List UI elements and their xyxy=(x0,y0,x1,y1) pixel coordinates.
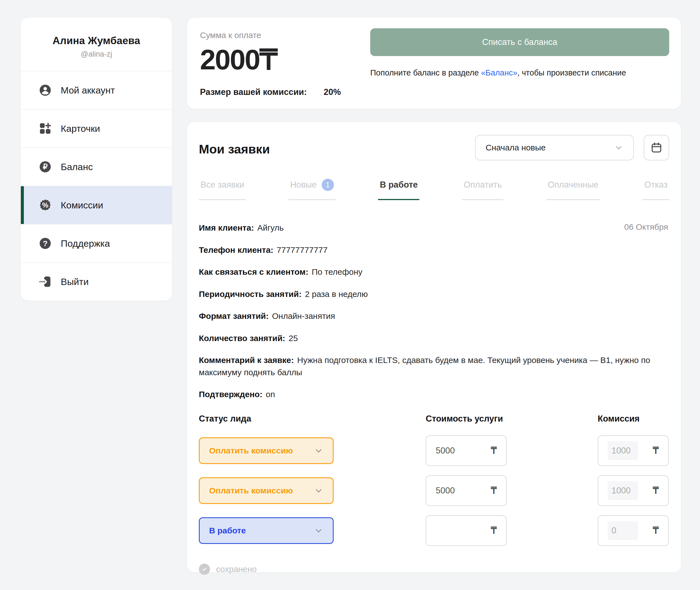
sidebar-item-balance[interactable]: ₽ Баланс xyxy=(21,148,172,186)
cost-input[interactable]: 5000 ₸ xyxy=(426,475,507,506)
calendar-button[interactable] xyxy=(644,135,669,161)
sidebar-item-account[interactable]: Мой аккаунт xyxy=(21,71,172,109)
tab-label: Новые xyxy=(290,180,317,190)
topup-note-before: Пополните баланс в разделе xyxy=(370,68,481,77)
tab-rejected[interactable]: Отказ xyxy=(643,179,669,200)
tab-label: Все заявки xyxy=(201,180,244,190)
request-tabs: Все заявки Новые 1 В работе Оплатить Опл… xyxy=(199,179,669,200)
commission-value: 0 xyxy=(608,521,638,540)
sidebar-item-label: Выйти xyxy=(61,276,89,287)
topup-note-after: , чтобы произвести списание xyxy=(517,68,626,77)
question-circle-icon: ? xyxy=(38,237,52,250)
tab-label: Отказ xyxy=(644,180,668,190)
svg-text:₽: ₽ xyxy=(43,163,47,171)
field-confirmed: Подтверждено:on xyxy=(199,388,669,400)
sidebar-item-logout[interactable]: Выйти xyxy=(21,262,172,301)
chevron-down-icon xyxy=(314,446,323,456)
svg-text:?: ? xyxy=(43,239,47,248)
profile-name: Алина Жумбаева xyxy=(29,35,163,46)
field-value: 25 xyxy=(289,333,298,343)
new-count-badge: 1 xyxy=(322,179,334,191)
lead-status-value: Оплатить комиссию xyxy=(209,446,293,456)
field-label: Периодичность занятий: xyxy=(199,289,302,299)
sidebar-item-label: Карточки xyxy=(61,123,100,134)
cost-input[interactable]: 5000 ₸ xyxy=(426,435,507,466)
svg-text:%: % xyxy=(42,201,48,209)
commission-input: 0 ₸ xyxy=(598,515,669,546)
tab-label: В работе xyxy=(380,180,418,190)
field-label: Как связаться с клиентом: xyxy=(199,267,309,276)
saved-label: сохранено xyxy=(216,565,257,574)
sidebar-item-commissions[interactable]: % Комиссии xyxy=(21,186,172,224)
field-value: on xyxy=(266,390,275,399)
request-details: 06 Октября Имя клиента:Айгуль Телефон кл… xyxy=(199,222,669,400)
sidebar-item-support[interactable]: ? Поддержка xyxy=(21,224,172,262)
tab-all-requests[interactable]: Все заявки xyxy=(199,179,246,200)
lead-grid: Статус лида Стоимость услуги Комиссия Оп… xyxy=(199,414,669,546)
cost-input[interactable]: ₸ xyxy=(426,515,507,546)
tenge-symbol: ₸ xyxy=(491,485,497,496)
sidebar-item-label: Комиссии xyxy=(61,200,103,211)
field-label: Телефон клиента: xyxy=(199,245,273,255)
calendar-icon xyxy=(650,141,663,154)
column-header-cost: Стоимость услуги xyxy=(426,414,503,424)
commission-input: 1000 ₸ xyxy=(598,435,669,466)
requests-card: Мои заявки Сначала новые Все заявки Новы… xyxy=(187,122,681,572)
tenge-symbol: ₸ xyxy=(653,485,659,496)
lead-row: В работе ₸ 0 ₸ xyxy=(199,515,669,546)
tab-to-pay[interactable]: Оплатить xyxy=(462,179,503,200)
column-header-commission: Комиссия xyxy=(598,414,639,424)
sidebar: Алина Жумбаева @alina-zj Мой аккаунт Кар… xyxy=(21,18,172,301)
sort-selected-value: Сначала новые xyxy=(486,143,546,153)
profile: Алина Жумбаева @alina-zj xyxy=(21,18,172,71)
tenge-symbol: ₸ xyxy=(653,445,659,456)
cost-value: 5000 xyxy=(436,486,455,496)
chevron-down-icon xyxy=(314,486,323,495)
sidebar-item-label: Мой аккаунт xyxy=(61,85,115,96)
saved-indicator: сохранено xyxy=(199,564,669,575)
field-label: Формат занятий: xyxy=(199,311,269,320)
page-title: Мои заявки xyxy=(199,142,270,157)
commission-rate-line: Размер вашей комиссии: 20% xyxy=(200,87,341,97)
sidebar-item-cards[interactable]: Карточки xyxy=(21,109,172,148)
user-icon xyxy=(38,84,52,97)
tab-paid[interactable]: Оплаченные xyxy=(546,179,600,200)
tab-new[interactable]: Новые 1 xyxy=(288,179,336,200)
lead-status-value: В работе xyxy=(209,526,246,535)
field-lesson-count: Количество занятий:25 xyxy=(199,332,669,345)
lead-status-select[interactable]: В работе xyxy=(199,517,334,544)
lead-status-select[interactable]: Оплатить комиссию xyxy=(199,477,334,504)
chevron-down-icon xyxy=(314,526,323,535)
request-date: 06 Октября xyxy=(624,222,668,232)
field-client-phone: Телефон клиента:77777777777 xyxy=(199,244,669,256)
tab-label: Оплаченные xyxy=(548,180,598,190)
requests-controls: Сначала новые xyxy=(475,135,669,161)
lead-status-select[interactable]: Оплатить комиссию xyxy=(199,437,334,464)
field-value: 77777777777 xyxy=(277,245,328,255)
commission-value: 1000 xyxy=(608,441,638,460)
field-label: Комментарий к заявке: xyxy=(199,356,294,365)
commission-rate-value: 20% xyxy=(324,87,341,97)
commission-value: 1000 xyxy=(608,481,638,500)
sidebar-nav: Мой аккаунт Карточки ₽ Баланс % Комиссии… xyxy=(21,71,172,301)
sort-select[interactable]: Сначала новые xyxy=(475,135,634,161)
debit-from-balance-button[interactable]: Списать с баланса xyxy=(370,28,669,56)
lead-status-value: Оплатить комиссию xyxy=(209,486,293,495)
logout-icon xyxy=(38,275,52,288)
lead-row: Оплатить комиссию 5000 ₸ 1000 ₸ xyxy=(199,475,669,506)
sidebar-item-label: Поддержка xyxy=(61,238,110,249)
chevron-down-icon xyxy=(614,143,623,152)
requests-header: Мои заявки Сначала новые xyxy=(199,135,669,161)
cost-value: 5000 xyxy=(436,446,455,456)
tab-in-progress[interactable]: В работе xyxy=(378,179,419,200)
balance-link[interactable]: «Баланс» xyxy=(481,68,517,77)
field-label: Подтверждено: xyxy=(199,390,262,399)
tenge-symbol: ₸ xyxy=(491,445,497,456)
field-value: По телефону xyxy=(312,267,362,276)
field-contact-method: Как связаться с клиентом:По телефону xyxy=(199,266,669,278)
cards-icon xyxy=(38,122,52,135)
grid-headers: Статус лида Стоимость услуги Комиссия xyxy=(199,414,669,426)
column-header-status: Статус лида xyxy=(199,414,251,424)
field-value: Онлайн-занятия xyxy=(272,311,335,320)
check-circle-icon xyxy=(199,564,210,575)
